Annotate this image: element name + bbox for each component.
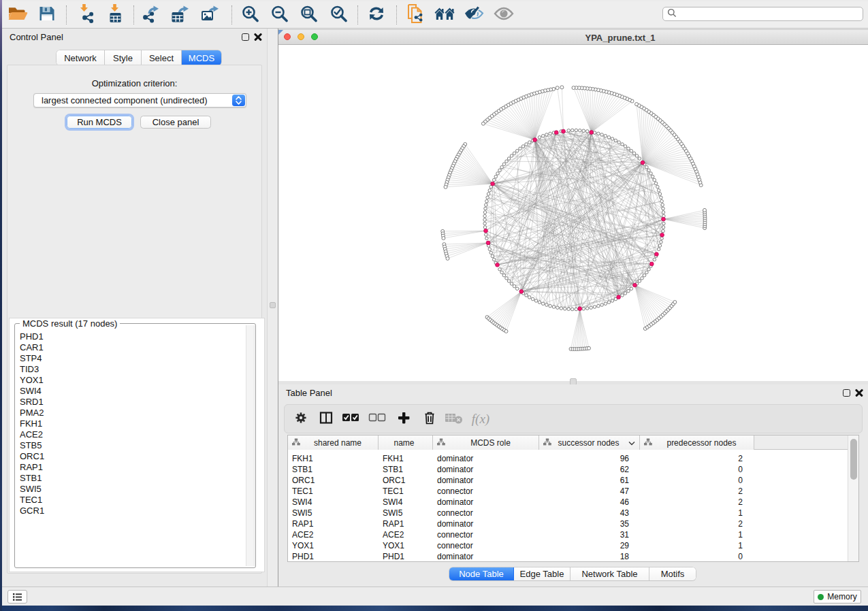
table-body: FKH1FKH1dominator962STB1STB1dominator620… [288, 450, 848, 561]
column-header-predecessor-nodes[interactable]: predecessor nodes [640, 435, 754, 450]
table-row[interactable]: PHD1PHD1dominator180 [288, 551, 848, 561]
table-row[interactable]: SWI5SWI5connector431 [288, 508, 848, 518]
import-network-button[interactable] [76, 4, 95, 26]
mcds-result-item[interactable]: STB1 [16, 473, 246, 484]
mcds-result-item[interactable]: TID3 [16, 364, 246, 375]
tab-select[interactable]: Select [142, 50, 182, 65]
table-row[interactable]: RAP1RAP1dominator352 [288, 518, 848, 529]
zoom-out-button[interactable] [270, 5, 288, 25]
mcds-result-item[interactable]: ORC1 [16, 451, 246, 462]
search-box[interactable] [662, 7, 863, 21]
zoom-fit-button[interactable] [300, 5, 317, 25]
mcds-result-item[interactable]: SWI4 [16, 386, 246, 397]
show-panels-button[interactable] [7, 590, 27, 604]
mcds-result-item[interactable]: FKH1 [16, 418, 246, 429]
columns-icon [319, 415, 333, 427]
mcds-result-item[interactable]: PMA2 [16, 408, 246, 418]
export-network-button[interactable] [141, 4, 161, 26]
show-columns-button[interactable] [319, 411, 333, 427]
mcds-result-item[interactable]: STB5 [16, 440, 246, 451]
zoom-selected-button[interactable] [329, 5, 347, 25]
zoom-in-button[interactable] [241, 5, 259, 25]
select-all-columns-button[interactable] [342, 412, 359, 426]
network-view-window: YPA_prune.txt_1 [278, 29, 868, 381]
maximize-window-icon[interactable] [311, 33, 318, 40]
network-graph [278, 45, 868, 381]
import-table-button[interactable] [106, 4, 125, 26]
run-mcds-button[interactable]: Run MCDS [67, 116, 132, 129]
vertical-splitter-grip[interactable] [270, 302, 276, 308]
mcds-result-item[interactable]: RAP1 [16, 462, 246, 473]
save-session-button[interactable] [38, 5, 56, 25]
mcds-result-item[interactable]: SWI5 [16, 484, 246, 495]
tab-style[interactable]: Style [105, 50, 142, 65]
delete-column-button[interactable] [423, 410, 436, 427]
mcds-result-list[interactable]: PHD1CAR1STP4TID3YOX1SWI4SRD1PMA2FKH1ACE2… [16, 331, 246, 565]
show-all-button [494, 6, 514, 24]
mcds-result-item[interactable]: YOX1 [16, 375, 246, 386]
memory-button[interactable]: Memory [814, 590, 861, 604]
mcds-result-item[interactable]: CAR1 [16, 342, 246, 353]
column-type-icon [437, 438, 445, 448]
unselect-all-columns-button[interactable] [368, 412, 386, 426]
tab-network-table[interactable]: Network Table [570, 567, 649, 580]
status-bar: Memory [2, 587, 868, 606]
table-row[interactable]: TEC1TEC1connector472 [288, 486, 848, 497]
memory-status-icon [818, 594, 824, 600]
table-row[interactable]: STB1STB1dominator620 [288, 464, 848, 475]
mcds-result-item[interactable]: PHD1 [16, 331, 246, 342]
hide-selected-button[interactable] [464, 5, 484, 25]
tab-edge-table[interactable]: Edge Table [514, 567, 570, 580]
table-scrollbar[interactable] [848, 435, 858, 561]
mcds-result-item[interactable]: GCR1 [16, 506, 246, 516]
table-options-button[interactable] [294, 411, 308, 427]
search-input[interactable] [679, 8, 863, 20]
table-row[interactable]: FKH1FKH1dominator962 [288, 453, 848, 464]
result-list-scrollbar[interactable] [246, 325, 255, 566]
tab-node-table[interactable]: Node Table [449, 567, 514, 580]
tab-mcds[interactable]: MCDS [182, 50, 221, 65]
export-network-icon [141, 4, 161, 26]
mcds-result-item[interactable]: SRD1 [16, 397, 246, 408]
open-file-button[interactable] [7, 5, 28, 25]
table-panel-tabs: Node TableEdge TableNetwork TableMotifs [449, 567, 696, 580]
export-table-button[interactable] [170, 4, 191, 26]
table-row[interactable]: ACE2ACE2connector311 [288, 529, 848, 540]
vertical-splitter[interactable] [267, 29, 278, 587]
toolbar-separator [133, 5, 134, 24]
network-canvas[interactable] [278, 45, 868, 381]
table-row[interactable]: ORC1ORC1dominator610 [288, 475, 848, 486]
tab-motifs[interactable]: Motifs [649, 567, 696, 580]
table-row[interactable]: SWI4SWI4dominator462 [288, 497, 848, 508]
tab-network[interactable]: Network [57, 50, 105, 65]
column-header-successor-nodes[interactable]: successor nodes [539, 435, 640, 450]
mcds-result-item[interactable]: TEC1 [16, 495, 246, 506]
apply-layout-button[interactable] [367, 5, 386, 25]
mcds-result-panel: MCDS result (17 nodes) PHD1CAR1STP4TID3Y… [9, 318, 265, 572]
criterion-value: largest connected component (undirected) [42, 95, 208, 105]
create-column-button[interactable] [397, 411, 411, 427]
float-table-panel-icon[interactable] [843, 389, 850, 397]
zoom-in-icon [241, 5, 259, 25]
mcds-result-item[interactable]: STP4 [16, 353, 246, 364]
close-table-panel-icon[interactable] [855, 389, 863, 397]
trash-icon [423, 415, 436, 427]
close-panel-button[interactable]: Close panel [140, 116, 211, 129]
column-header-shared-name[interactable]: shared name [288, 435, 379, 450]
network-window-titlebar: YPA_prune.txt_1 [278, 29, 868, 45]
column-header-name[interactable]: name [379, 435, 433, 450]
table-row[interactable]: YOX1YOX1connector291 [288, 540, 848, 551]
first-neighbors-button[interactable] [434, 5, 455, 24]
minimize-window-icon[interactable] [298, 33, 304, 40]
mcds-result-item[interactable]: ACE2 [16, 429, 246, 440]
fx-icon: f(x) [472, 412, 489, 426]
new-network-from-selection-button[interactable] [406, 3, 425, 27]
criterion-select[interactable]: largest connected component (undirected) [33, 93, 246, 108]
refresh-icon [367, 5, 386, 25]
close-panel-icon[interactable] [254, 33, 262, 41]
close-window-icon[interactable] [284, 33, 291, 40]
float-panel-icon[interactable] [242, 33, 249, 41]
export-image-button[interactable] [200, 4, 221, 26]
column-header-MCDS-role[interactable]: MCDS role [433, 435, 539, 450]
table-scrollbar-thumb[interactable] [850, 439, 857, 480]
